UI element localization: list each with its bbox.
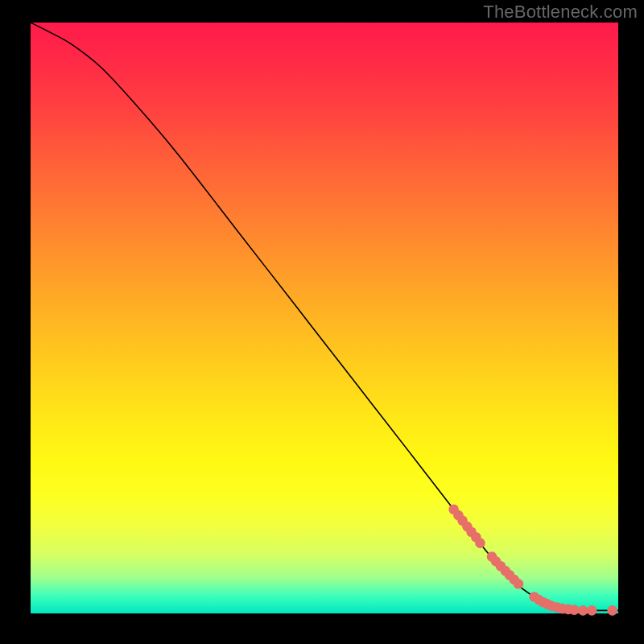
chart-marker — [587, 605, 597, 616]
chart-plot-area — [31, 23, 618, 613]
chart-marker — [578, 605, 588, 616]
chart-marker — [475, 538, 485, 548]
chart-marker — [569, 605, 580, 615]
chart-svg — [31, 23, 618, 613]
chart-marker — [607, 605, 617, 616]
watermark-text: TheBottleneck.com — [483, 2, 638, 23]
chart-markers — [448, 505, 617, 616]
chart-marker — [514, 579, 524, 589]
chart-curve — [31, 23, 618, 610]
